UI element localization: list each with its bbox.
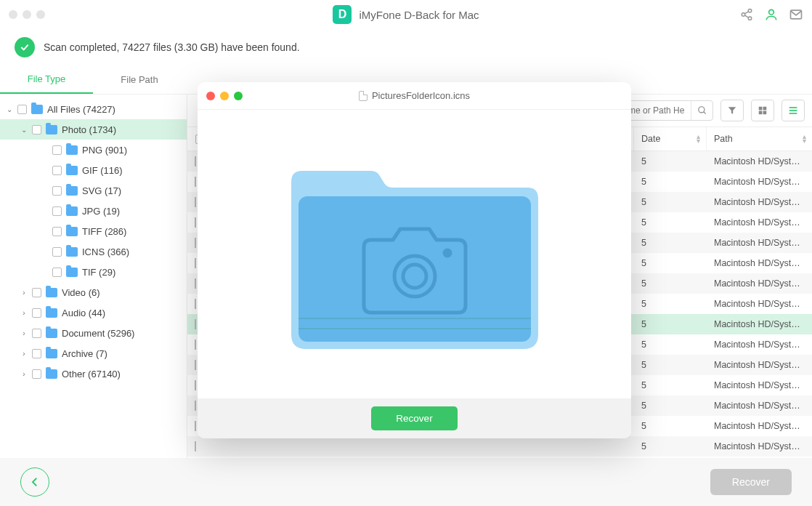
checkbox[interactable] xyxy=(32,349,41,358)
cell-path: Macintosh HD/System/L… xyxy=(707,217,812,228)
tree-icns[interactable]: › ICNS (366) xyxy=(0,241,187,262)
close-window[interactable] xyxy=(9,10,17,19)
row-checkbox[interactable] xyxy=(195,258,196,268)
svg-line-8 xyxy=(703,112,705,114)
row-checkbox[interactable] xyxy=(195,197,196,207)
preview-dialog: PicturesFolderIcon.icns Recover xyxy=(198,82,631,438)
pictures-folder-icon xyxy=(284,145,545,364)
sort-icon: ▴▾ xyxy=(697,134,700,143)
cell-path: Macintosh HD/System/L… xyxy=(707,421,812,431)
checkbox[interactable] xyxy=(52,268,62,277)
checkbox[interactable] xyxy=(52,227,62,236)
status-text: Scan completed, 74227 files (3.30 GB) ha… xyxy=(44,41,300,53)
tree-label: TIFF (286) xyxy=(82,226,126,237)
tree-document[interactable]: › Document (5296) xyxy=(0,323,187,343)
tree-label: Other (67140) xyxy=(62,369,121,380)
row-checkbox[interactable] xyxy=(195,319,196,329)
tree-all-files[interactable]: ⌄ All Files (74227) xyxy=(0,99,187,119)
tree-label: Audio (44) xyxy=(62,308,105,318)
row-checkbox[interactable] xyxy=(195,340,196,350)
filter-button[interactable] xyxy=(720,100,744,121)
folder-icon xyxy=(46,349,57,358)
row-checkbox[interactable] xyxy=(195,380,196,390)
account-icon[interactable] xyxy=(764,7,779,22)
tab-file-path[interactable]: File Path xyxy=(93,65,186,94)
checkbox[interactable] xyxy=(52,206,62,216)
sort-icon: ▴▾ xyxy=(803,134,806,143)
file-icon xyxy=(359,91,368,101)
tree-other[interactable]: › Other (67140) xyxy=(0,364,187,384)
tree-svg[interactable]: › SVG (17) xyxy=(0,180,187,201)
svg-point-22 xyxy=(444,250,450,256)
tree-jpg[interactable]: › JPG (19) xyxy=(0,201,187,221)
svg-point-2 xyxy=(748,17,752,20)
tree-video[interactable]: › Video (6) xyxy=(0,282,187,302)
row-checkbox[interactable] xyxy=(195,217,196,228)
folder-icon xyxy=(46,329,57,338)
checkbox[interactable] xyxy=(32,329,41,338)
checkbox[interactable] xyxy=(52,145,62,155)
tree-label: Document (5296) xyxy=(62,328,134,339)
tree-archive[interactable]: › Archive (7) xyxy=(0,343,187,364)
svg-point-1 xyxy=(742,13,745,17)
checkbox[interactable] xyxy=(32,125,41,134)
tree-tif[interactable]: › TIF (29) xyxy=(0,262,187,282)
svg-rect-12 xyxy=(759,111,763,115)
cell-path: Macintosh HD/System/L… xyxy=(707,441,812,451)
zoom-window[interactable] xyxy=(36,10,45,19)
cell-path: Macintosh HD/System/L… xyxy=(707,360,812,370)
minimize-window[interactable] xyxy=(23,10,31,19)
checkbox[interactable] xyxy=(17,105,27,114)
tree-label: SVG (17) xyxy=(82,185,121,196)
cell-date: 5 xyxy=(634,197,707,207)
preview-header: PicturesFolderIcon.icns xyxy=(198,82,631,110)
th-path[interactable]: Path▴▾ xyxy=(707,127,812,150)
grid-view-button[interactable] xyxy=(751,100,774,121)
svg-line-4 xyxy=(744,15,748,17)
row-checkbox[interactable] xyxy=(195,401,196,411)
row-checkbox[interactable] xyxy=(195,177,196,187)
checkbox[interactable] xyxy=(32,288,41,297)
row-checkbox[interactable] xyxy=(195,156,196,166)
svg-point-7 xyxy=(698,107,704,113)
checkbox[interactable] xyxy=(52,166,62,175)
tree-png[interactable]: › PNG (901) xyxy=(0,140,187,160)
search-button[interactable] xyxy=(691,101,712,120)
cell-path: Macintosh HD/System/L… xyxy=(707,238,812,248)
list-view-button[interactable] xyxy=(781,100,805,121)
row-checkbox[interactable] xyxy=(195,299,196,309)
th-date[interactable]: Date▴▾ xyxy=(634,127,707,150)
mail-icon[interactable] xyxy=(789,7,803,22)
status-bar: Scan completed, 74227 files (3.30 GB) ha… xyxy=(0,29,812,65)
app-title: iMyFone D-Back for Mac xyxy=(359,9,479,21)
tree-label: Photo (1734) xyxy=(62,124,116,135)
tree-label: PNG (901) xyxy=(82,145,127,156)
cell-date: 5 xyxy=(634,319,707,329)
cell-date: 5 xyxy=(634,177,707,187)
folder-icon xyxy=(66,268,78,277)
tree-label: Video (6) xyxy=(62,287,100,298)
recover-button-dialog[interactable]: Recover xyxy=(371,406,457,430)
recover-button-footer[interactable]: Recover xyxy=(710,469,792,495)
back-button[interactable] xyxy=(20,467,49,497)
row-checkbox[interactable] xyxy=(195,421,196,431)
tree-label: All Files (74227) xyxy=(47,104,115,115)
app-logo: D xyxy=(333,5,352,24)
checkbox[interactable] xyxy=(32,308,41,318)
checkbox[interactable] xyxy=(52,247,62,257)
tree-photo[interactable]: ⌄ Photo (1734) xyxy=(0,119,187,140)
cell-path: Macintosh HD/System/L… xyxy=(707,401,812,411)
tree-gif[interactable]: › GIF (116) xyxy=(0,160,187,180)
tab-file-type[interactable]: File Type xyxy=(0,65,93,94)
row-checkbox[interactable] xyxy=(195,238,196,248)
tree-audio[interactable]: › Audio (44) xyxy=(0,302,187,323)
table-row[interactable]: 5Macintosh HD/System/L… xyxy=(187,436,812,457)
checkbox[interactable] xyxy=(52,186,62,196)
checkbox[interactable] xyxy=(32,369,41,379)
share-icon[interactable] xyxy=(739,7,754,22)
folder-icon xyxy=(66,186,78,196)
row-checkbox[interactable] xyxy=(195,360,196,370)
tree-tiff[interactable]: › TIFF (286) xyxy=(0,221,187,241)
row-checkbox[interactable] xyxy=(195,441,196,451)
row-checkbox[interactable] xyxy=(195,278,196,289)
